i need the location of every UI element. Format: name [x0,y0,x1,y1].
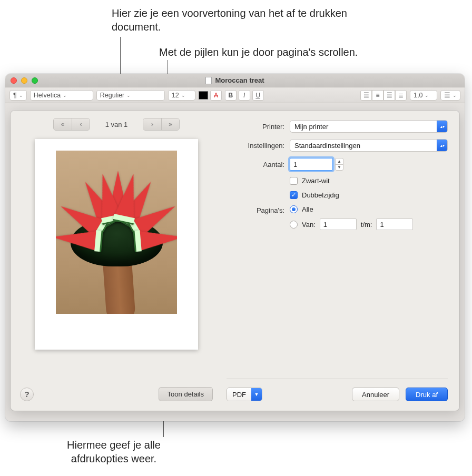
last-page-button[interactable]: » [161,118,179,130]
pages-all-label: Alle [302,205,313,213]
titlebar: Moroccan treat [5,74,465,87]
black-white-label: Zwart-wit [302,177,330,185]
pages-all-radio[interactable] [290,205,298,213]
pages-to-field[interactable] [376,219,413,230]
chevron-down-icon: ⌄ [63,93,67,98]
paragraph-style-menu[interactable]: ¶ ⌄ [9,90,27,101]
font-style-value: Regulier [100,92,125,99]
font-family-value: Helvetica [34,92,61,99]
copies-label: Aantal: [227,161,284,168]
first-page-button[interactable]: « [54,118,72,130]
print-dialog: « ‹ 1 van 1 › » [11,111,459,411]
bold-button[interactable]: B [225,90,237,101]
pages-label: Pagina's: [227,205,284,214]
font-size-field[interactable]: 12⌄ [168,90,195,101]
stepper-down-icon: ▼ [336,165,343,171]
text-color-swatch[interactable] [199,91,208,100]
line-spacing-menu[interactable]: 1,0⌄ [410,90,437,101]
chevron-down-icon: ⌄ [126,93,131,98]
page-next-segment: › » [143,118,180,131]
copies-field[interactable] [290,158,333,171]
format-toolbar: ¶ ⌄ Helvetica⌄ Regulier⌄ 12⌄ A̶ B I U [5,87,465,103]
presets-popup[interactable]: Standaardinstellingen ▴▾ [290,139,448,152]
show-details-button[interactable]: Toon details [159,387,213,401]
page-indicator: 1 van 1 [95,121,137,128]
chevron-down-icon: ⌄ [181,93,185,98]
preview-panel: « ‹ 1 van 1 › » [11,111,222,411]
chevron-down-icon: ▼ [251,388,262,401]
pages-from-label: Van: [302,221,316,229]
printer-popup[interactable]: Mijn printer ▴▾ [290,120,448,133]
popup-arrows-icon: ▴▾ [437,121,447,132]
prev-page-button[interactable]: ‹ [72,118,90,130]
page-prev-segment: « ‹ [53,118,90,131]
close-window-button[interactable] [11,77,17,84]
minimize-window-button[interactable] [21,77,27,84]
preview-image [56,151,177,314]
zoom-window-button[interactable] [32,77,38,84]
next-page-button[interactable]: › [143,118,161,130]
options-panel: Printer: Mijn printer ▴▾ Instellingen: S… [222,111,459,411]
printer-value: Mijn printer [294,123,328,131]
alignment-segmented[interactable]: ☰ ≡ ☰ ≣ [360,90,407,101]
align-center-button[interactable]: ≡ [372,90,384,101]
window-title-text: Moroccan treat [215,76,264,84]
pdf-button-label: PDF [227,388,251,401]
presets-label: Instellingen: [227,142,284,150]
callout-details-hint: Hiermee geef je alle afdrukopties weer. [51,438,177,465]
font-size-value: 12 [172,92,179,99]
print-button[interactable]: Druk af [406,388,448,401]
pages-to-label: t/m: [361,221,372,229]
help-button[interactable]: ? [20,388,34,401]
presets-value: Standaardinstellingen [294,142,360,150]
font-style-menu[interactable]: Regulier⌄ [96,90,165,101]
copies-stepper[interactable]: ▲ ▼ [335,158,343,171]
line-spacing-value: 1,0 [414,92,422,99]
app-window: Moroccan treat ¶ ⌄ Helvetica⌄ Regulier⌄ … [5,74,465,421]
pages-range-radio[interactable] [290,221,298,229]
cancel-button[interactable]: Annuleer [352,388,399,401]
align-right-button[interactable]: ☰ [384,90,395,101]
align-justify-button[interactable]: ≣ [395,90,407,101]
pdf-menu-button[interactable]: PDF ▼ [227,388,262,401]
chevron-down-icon: ⌄ [425,93,429,98]
duplex-checkbox[interactable]: ✓ [290,191,298,199]
duplex-label: Dubbelzijdig [302,191,339,199]
document-icon [205,77,212,84]
underline-button[interactable]: U [252,90,264,101]
strikethrough-color-button[interactable]: A̶ [210,90,222,101]
sheet-backdrop: « ‹ 1 van 1 › » [5,103,465,421]
callout-arrows-hint: Met de pijlen kun je door pagina's scrol… [159,45,454,59]
printer-label: Printer: [227,123,284,131]
page-navigator: « ‹ 1 van 1 › » [20,118,213,131]
font-family-menu[interactable]: Helvetica⌄ [30,90,93,101]
print-preview-page [35,139,198,350]
popup-arrows-icon: ▴▾ [437,140,447,151]
window-title: Moroccan treat [5,76,465,84]
black-white-checkbox[interactable] [290,177,298,185]
callout-preview-hint: Hier zie je een voorvertoning van het af… [112,6,354,34]
italic-button[interactable]: I [239,90,250,101]
align-left-button[interactable]: ☰ [360,90,372,101]
stepper-up-icon: ▲ [336,158,343,165]
traffic-lights [11,77,38,84]
list-style-menu[interactable]: ☰ ⌄ [440,90,460,101]
pages-from-field[interactable] [320,219,357,230]
